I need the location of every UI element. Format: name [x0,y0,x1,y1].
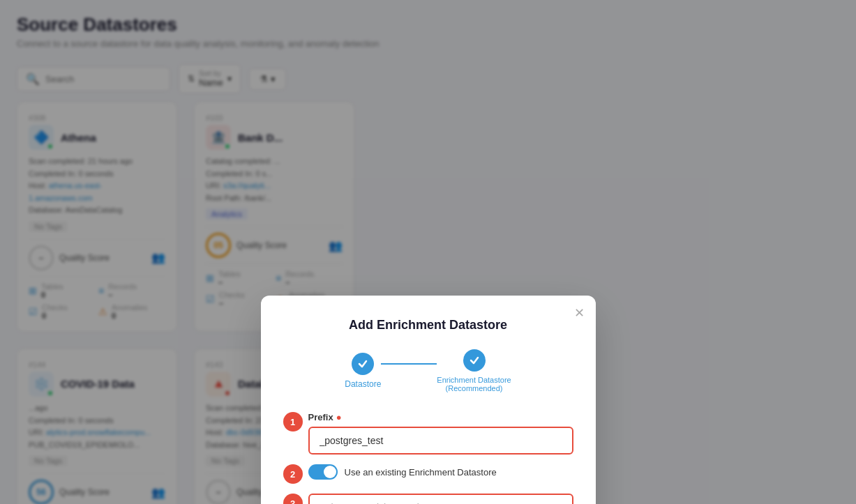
step-datastore: Datastore [345,353,381,389]
prefix-row: 1 Prefix ● [283,412,573,455]
toggle-label: Use an existing Enrichment Datastore [345,467,497,478]
step1-label: Datastore [345,379,381,389]
step-enrichment: Enrichment Datastore (Recommended) [437,349,511,392]
prefix-input[interactable] [308,427,573,455]
step-number-3: 3 [283,494,303,504]
add-enrichment-modal: ✕ Add Enrichment Datastore Datastore Enr… [261,296,596,504]
step2-label: Enrichment Datastore (Recommended) [437,376,511,392]
step2-circle [463,349,486,372]
step-number-2: 2 [283,464,303,484]
prefix-label: Prefix ● [308,412,573,422]
stepper: Datastore Enrichment Datastore (Recommen… [283,349,573,392]
close-button[interactable]: ✕ [574,307,585,319]
step-connector [381,363,437,365]
required-indicator: ● [336,412,342,422]
toggle-knob [324,466,336,478]
toggle-row: 2 Use an existing Enrichment Datastore [283,464,573,484]
step1-circle [352,353,374,375]
modal-title: Add Enrichment Datastore [283,318,573,333]
step-number-1: 1 [283,412,303,432]
modal-overlay: ✕ Add Enrichment Datastore Datastore Enr… [0,0,856,504]
enrichment-datastore-select[interactable]: Select an enrichment datastore ▾ [308,494,573,504]
select-row: 3 Select an enrichment datastore ▾ [283,494,573,504]
existing-datastore-toggle[interactable] [308,464,338,480]
